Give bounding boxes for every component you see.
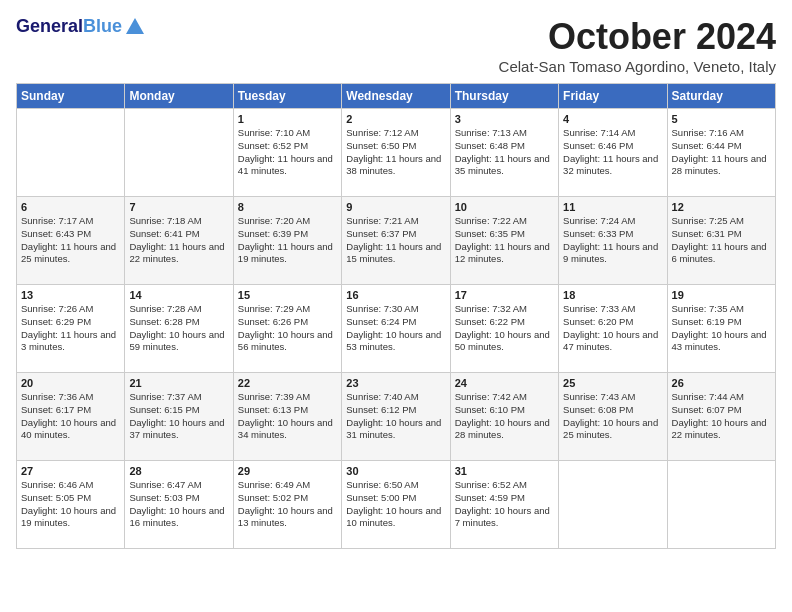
logo-general: General [16, 16, 83, 36]
day-info: Sunrise: 6:50 AM Sunset: 5:00 PM Dayligh… [346, 479, 445, 530]
calendar-header-row: SundayMondayTuesdayWednesdayThursdayFrid… [17, 84, 776, 109]
day-info: Sunrise: 7:36 AM Sunset: 6:17 PM Dayligh… [21, 391, 120, 442]
day-info: Sunrise: 7:12 AM Sunset: 6:50 PM Dayligh… [346, 127, 445, 178]
day-header-tuesday: Tuesday [233, 84, 341, 109]
day-info: Sunrise: 7:29 AM Sunset: 6:26 PM Dayligh… [238, 303, 337, 354]
day-header-wednesday: Wednesday [342, 84, 450, 109]
day-header-sunday: Sunday [17, 84, 125, 109]
day-number: 2 [346, 113, 445, 125]
calendar-cell [667, 461, 775, 549]
day-info: Sunrise: 7:30 AM Sunset: 6:24 PM Dayligh… [346, 303, 445, 354]
calendar-cell: 25Sunrise: 7:43 AM Sunset: 6:08 PM Dayli… [559, 373, 667, 461]
day-info: Sunrise: 7:14 AM Sunset: 6:46 PM Dayligh… [563, 127, 662, 178]
calendar-cell [17, 109, 125, 197]
day-info: Sunrise: 7:24 AM Sunset: 6:33 PM Dayligh… [563, 215, 662, 266]
calendar-cell: 11Sunrise: 7:24 AM Sunset: 6:33 PM Dayli… [559, 197, 667, 285]
week-row-1: 1Sunrise: 7:10 AM Sunset: 6:52 PM Daylig… [17, 109, 776, 197]
day-number: 6 [21, 201, 120, 213]
day-info: Sunrise: 6:47 AM Sunset: 5:03 PM Dayligh… [129, 479, 228, 530]
calendar-cell: 19Sunrise: 7:35 AM Sunset: 6:19 PM Dayli… [667, 285, 775, 373]
calendar-cell: 20Sunrise: 7:36 AM Sunset: 6:17 PM Dayli… [17, 373, 125, 461]
day-number: 17 [455, 289, 554, 301]
day-number: 16 [346, 289, 445, 301]
day-info: Sunrise: 7:40 AM Sunset: 6:12 PM Dayligh… [346, 391, 445, 442]
day-info: Sunrise: 6:52 AM Sunset: 4:59 PM Dayligh… [455, 479, 554, 530]
day-info: Sunrise: 7:42 AM Sunset: 6:10 PM Dayligh… [455, 391, 554, 442]
day-info: Sunrise: 7:16 AM Sunset: 6:44 PM Dayligh… [672, 127, 771, 178]
day-number: 26 [672, 377, 771, 389]
day-info: Sunrise: 7:13 AM Sunset: 6:48 PM Dayligh… [455, 127, 554, 178]
calendar-cell: 30Sunrise: 6:50 AM Sunset: 5:00 PM Dayli… [342, 461, 450, 549]
day-header-friday: Friday [559, 84, 667, 109]
day-number: 9 [346, 201, 445, 213]
logo-icon [124, 16, 146, 38]
logo-text: GeneralBlue [16, 17, 122, 37]
day-number: 10 [455, 201, 554, 213]
day-number: 20 [21, 377, 120, 389]
calendar-cell: 7Sunrise: 7:18 AM Sunset: 6:41 PM Daylig… [125, 197, 233, 285]
title-block: October 2024 Celat-San Tomaso Agordino, … [499, 16, 776, 75]
day-number: 28 [129, 465, 228, 477]
day-number: 4 [563, 113, 662, 125]
day-header-monday: Monday [125, 84, 233, 109]
calendar-cell: 24Sunrise: 7:42 AM Sunset: 6:10 PM Dayli… [450, 373, 558, 461]
day-info: Sunrise: 7:39 AM Sunset: 6:13 PM Dayligh… [238, 391, 337, 442]
day-info: Sunrise: 6:46 AM Sunset: 5:05 PM Dayligh… [21, 479, 120, 530]
page-header: GeneralBlue October 2024 Celat-San Tomas… [16, 16, 776, 75]
day-info: Sunrise: 7:28 AM Sunset: 6:28 PM Dayligh… [129, 303, 228, 354]
week-row-4: 20Sunrise: 7:36 AM Sunset: 6:17 PM Dayli… [17, 373, 776, 461]
day-info: Sunrise: 7:10 AM Sunset: 6:52 PM Dayligh… [238, 127, 337, 178]
day-number: 27 [21, 465, 120, 477]
day-info: Sunrise: 7:18 AM Sunset: 6:41 PM Dayligh… [129, 215, 228, 266]
day-info: Sunrise: 7:35 AM Sunset: 6:19 PM Dayligh… [672, 303, 771, 354]
day-header-thursday: Thursday [450, 84, 558, 109]
week-row-3: 13Sunrise: 7:26 AM Sunset: 6:29 PM Dayli… [17, 285, 776, 373]
calendar-cell: 3Sunrise: 7:13 AM Sunset: 6:48 PM Daylig… [450, 109, 558, 197]
calendar-cell: 21Sunrise: 7:37 AM Sunset: 6:15 PM Dayli… [125, 373, 233, 461]
day-info: Sunrise: 7:26 AM Sunset: 6:29 PM Dayligh… [21, 303, 120, 354]
calendar-cell: 23Sunrise: 7:40 AM Sunset: 6:12 PM Dayli… [342, 373, 450, 461]
calendar-cell: 17Sunrise: 7:32 AM Sunset: 6:22 PM Dayli… [450, 285, 558, 373]
day-number: 11 [563, 201, 662, 213]
day-info: Sunrise: 7:21 AM Sunset: 6:37 PM Dayligh… [346, 215, 445, 266]
day-number: 23 [346, 377, 445, 389]
day-number: 8 [238, 201, 337, 213]
calendar-cell: 28Sunrise: 6:47 AM Sunset: 5:03 PM Dayli… [125, 461, 233, 549]
day-info: Sunrise: 7:32 AM Sunset: 6:22 PM Dayligh… [455, 303, 554, 354]
day-number: 15 [238, 289, 337, 301]
day-header-saturday: Saturday [667, 84, 775, 109]
logo-blue: Blue [83, 16, 122, 36]
calendar-cell: 8Sunrise: 7:20 AM Sunset: 6:39 PM Daylig… [233, 197, 341, 285]
calendar-cell: 6Sunrise: 7:17 AM Sunset: 6:43 PM Daylig… [17, 197, 125, 285]
calendar-cell: 22Sunrise: 7:39 AM Sunset: 6:13 PM Dayli… [233, 373, 341, 461]
calendar-cell: 12Sunrise: 7:25 AM Sunset: 6:31 PM Dayli… [667, 197, 775, 285]
calendar-body: 1Sunrise: 7:10 AM Sunset: 6:52 PM Daylig… [17, 109, 776, 549]
calendar-cell: 9Sunrise: 7:21 AM Sunset: 6:37 PM Daylig… [342, 197, 450, 285]
calendar-cell: 18Sunrise: 7:33 AM Sunset: 6:20 PM Dayli… [559, 285, 667, 373]
week-row-2: 6Sunrise: 7:17 AM Sunset: 6:43 PM Daylig… [17, 197, 776, 285]
day-number: 14 [129, 289, 228, 301]
day-number: 3 [455, 113, 554, 125]
day-number: 24 [455, 377, 554, 389]
calendar-cell: 1Sunrise: 7:10 AM Sunset: 6:52 PM Daylig… [233, 109, 341, 197]
day-number: 7 [129, 201, 228, 213]
day-info: Sunrise: 7:44 AM Sunset: 6:07 PM Dayligh… [672, 391, 771, 442]
day-number: 21 [129, 377, 228, 389]
calendar-cell: 16Sunrise: 7:30 AM Sunset: 6:24 PM Dayli… [342, 285, 450, 373]
calendar-cell [559, 461, 667, 549]
month-title: October 2024 [499, 16, 776, 58]
calendar-cell: 13Sunrise: 7:26 AM Sunset: 6:29 PM Dayli… [17, 285, 125, 373]
day-info: Sunrise: 7:17 AM Sunset: 6:43 PM Dayligh… [21, 215, 120, 266]
svg-marker-0 [126, 18, 144, 34]
calendar-cell: 26Sunrise: 7:44 AM Sunset: 6:07 PM Dayli… [667, 373, 775, 461]
day-number: 1 [238, 113, 337, 125]
day-number: 30 [346, 465, 445, 477]
day-info: Sunrise: 7:25 AM Sunset: 6:31 PM Dayligh… [672, 215, 771, 266]
calendar-cell: 10Sunrise: 7:22 AM Sunset: 6:35 PM Dayli… [450, 197, 558, 285]
day-number: 5 [672, 113, 771, 125]
calendar-cell: 4Sunrise: 7:14 AM Sunset: 6:46 PM Daylig… [559, 109, 667, 197]
day-number: 19 [672, 289, 771, 301]
day-number: 31 [455, 465, 554, 477]
day-info: Sunrise: 7:33 AM Sunset: 6:20 PM Dayligh… [563, 303, 662, 354]
calendar-cell [125, 109, 233, 197]
